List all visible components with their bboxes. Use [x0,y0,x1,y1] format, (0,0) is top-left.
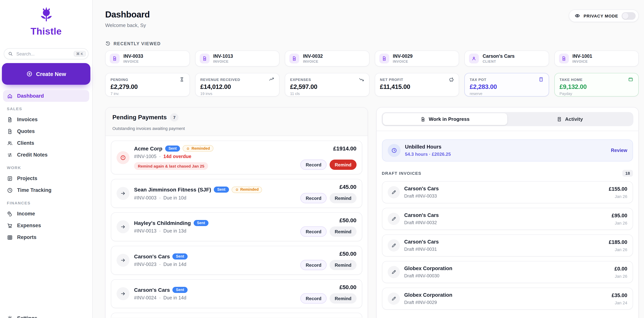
stat-card-revenue[interactable]: REVENUE RECEIVED £14,012.00 19 invs [195,73,280,97]
project-list-icon [7,175,13,181]
dashboard-panels: Pending Payments 7 Outstanding invoices … [105,107,639,318]
tab-work-in-progress[interactable]: Work in Progress [382,113,508,125]
stat-card-pending[interactable]: PENDING £2,279.00 7 inv. [105,73,190,97]
pending-payment-row[interactable]: Acme Corp Sent Reminded #INV-1005·14d ov… [111,141,362,174]
sidebar: Thistle ⌘ K Create New Dashboard SALES I… [0,0,93,318]
pending-payments-header: Pending Payments 7 Outstanding invoices … [106,108,368,136]
due-status: 14d overdue [164,154,192,159]
invoice-file-icon [110,54,120,64]
sidebar-item-income[interactable]: Income [3,208,89,220]
privacy-mode-label: PRIVACY MODE [584,14,618,18]
draft-ref: Draft #INV-0033 [404,193,439,199]
pending-payment-row[interactable] [111,313,362,317]
record-button[interactable]: Record [300,226,327,237]
unbilled-hours-detail: 54.3 hours · £2026.25 [405,152,451,157]
draft-amount: £95.00 [612,213,627,218]
recent-item-title: INV-0029 [393,54,412,59]
pending-payment-row[interactable]: Carson's Cars Sent #INV-0023·Due in 14d … [111,246,362,275]
recent-item[interactable]: INV-1013INVOICE [195,51,280,67]
recent-item[interactable]: INV-0032INVOICE [285,51,369,67]
pencil-icon [388,266,400,278]
welcome-text: Welcome back, Sy [105,23,150,28]
sidebar-item-clients[interactable]: Clients [3,137,89,149]
record-button[interactable]: Record [300,293,327,303]
nav-section-finances: FINANCES [3,201,89,205]
app-window: Thistle ⌘ K Create New Dashboard SALES I… [0,0,644,318]
record-button[interactable]: Record [300,193,327,203]
record-button[interactable]: Record [300,260,327,270]
unbilled-hours-card[interactable]: Unbilled Hours 54.3 hours · £2026.25 Rev… [382,139,633,161]
remind-button[interactable]: Remind [330,193,356,203]
search-box[interactable]: ⌘ K [4,48,88,59]
dot-separator: · [159,195,160,200]
sidebar-item-projects[interactable]: Projects [3,172,89,184]
stat-label: NET PROFIT [380,77,403,82]
gear-icon [7,315,13,318]
draft-ref: Draft #INV-0031 [404,247,439,252]
draft-invoice-row[interactable]: Carson's Cars Draft #INV-0033 £155.00 Ja… [382,181,633,203]
unbilled-hours-title: Unbilled Hours [405,144,451,150]
alert-circle-icon [116,151,130,164]
sidebar-item-time-tracking[interactable]: Time Tracking [3,184,89,196]
search-icon [8,51,13,56]
recent-item-type: CLIENT [482,60,515,64]
pending-payment-row[interactable]: Carson's Cars Sent #INV-0024·Due in 14d … [111,279,362,308]
pending-payment-row[interactable]: Hayley's Childminding Sent #INV-0013·Due… [111,212,362,241]
privacy-toggle[interactable] [622,12,636,20]
eye-icon [574,13,580,19]
stat-card-take-home[interactable]: TAKE HOME £9,132.00 Payday [554,73,639,97]
invoice-ref: #INV-0023 [134,262,156,267]
dot-separator: · [159,154,160,159]
draft-invoice-row[interactable]: Globex Corporation Draft #INV-0029 £35.0… [382,288,633,310]
stat-sub: 7 inv. [110,92,184,96]
recent-item[interactable]: INV-1001INVOICE [554,51,639,67]
recent-item[interactable]: Carson's CarsCLIENT [464,51,549,67]
pencil-icon [388,186,400,198]
recent-item-title: INV-0032 [303,54,323,59]
sidebar-item-quotes[interactable]: Quotes [3,125,89,137]
create-new-label: Create New [36,71,66,77]
coins-icon [7,211,13,217]
draft-invoice-row[interactable]: Globex Corporation Draft #INV-00030 £0.0… [382,261,633,283]
remind-button[interactable]: Remind [330,160,356,170]
sidebar-item-invoices[interactable]: Invoices [3,114,89,125]
draft-invoices-label: DRAFT INVOICES [382,171,421,176]
sidebar-item-label: Credit Notes [17,152,48,158]
reminded-label: Reminded [192,146,210,150]
stat-card-tax-pot[interactable]: TAX POT £2,283.00 reserve [464,73,549,97]
stat-label: TAX POT [470,77,486,82]
recent-item-title: Carson's Cars [482,54,515,59]
remind-button[interactable]: Remind [330,226,356,237]
invoice-file-icon [289,54,299,64]
search-shortcut: ⌘ K [74,51,86,57]
search-input[interactable] [16,51,71,57]
review-link[interactable]: Review [611,148,627,153]
due-status: Due in 13d [164,228,186,234]
draft-client-name: Globex Corporation [404,292,452,298]
privacy-mode-control[interactable]: PRIVACY MODE [569,10,639,22]
sidebar-item-dashboard[interactable]: Dashboard [3,90,89,102]
record-button[interactable]: Record [300,160,327,170]
recent-item[interactable]: INV-0033INVOICE [105,51,190,67]
stat-card-expenses[interactable]: EXPENSES £2,597.00 11 cls [285,73,369,97]
pending-payment-row[interactable]: Sean Jimminson Fitness (SJF) Sent Remind… [111,179,362,208]
sidebar-item-settings[interactable]: Settings [3,312,89,318]
draft-invoice-row[interactable]: Carson's Cars Draft #INV-0031 £185.00 Ja… [382,234,633,256]
draft-invoice-row[interactable]: Carson's Cars Draft #INV-0032 £95.00 Jan… [382,208,633,230]
tab-activity[interactable]: Activity [508,113,632,125]
users-icon [7,140,13,146]
stat-sub: Payday [560,92,633,96]
work-panel: Work in Progress Activity Unbilled Hours [376,107,639,318]
sidebar-item-credit-notes[interactable]: Credit Notes [3,149,89,161]
dot-separator: · [159,295,160,300]
sidebar-item-reports[interactable]: Reports [3,231,89,243]
stat-card-net-profit[interactable]: NET PROFIT £11,415.00 [374,73,459,97]
arrow-right-icon [116,287,130,300]
remind-button[interactable]: Remind [330,293,356,303]
sidebar-item-expenses[interactable]: Expenses [3,220,89,231]
remind-button[interactable]: Remind [330,260,356,270]
create-new-button[interactable]: Create New [2,63,90,85]
sent-badge: Sent [214,187,229,193]
stats-row: PENDING £2,279.00 7 inv. REVENUE RECEIVE… [105,73,639,97]
recent-item[interactable]: INV-0029INVOICE [374,51,459,67]
